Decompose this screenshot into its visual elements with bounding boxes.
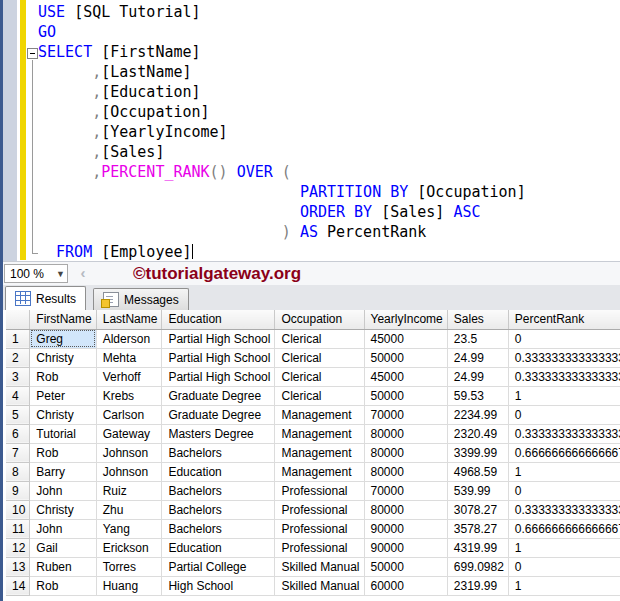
grid-cell[interactable]: Partial High School: [162, 367, 275, 386]
grid-cell[interactable]: 23.5: [447, 329, 508, 348]
hscrollbar-left-arrow-icon[interactable]: ‹: [75, 265, 91, 282]
grid-cell[interactable]: 80000: [364, 462, 447, 481]
grid-cell[interactable]: 4319.99: [447, 538, 508, 557]
grid-cell[interactable]: 1: [508, 576, 620, 595]
grid-header-education[interactable]: Education: [162, 310, 275, 329]
grid-cell[interactable]: Christy: [30, 348, 96, 367]
grid-cell[interactable]: Bachelors: [162, 481, 275, 500]
grid-cell[interactable]: 50000: [364, 557, 447, 576]
row-number-cell[interactable]: 6: [6, 424, 30, 443]
code-collapse-minus-icon[interactable]: [27, 48, 38, 59]
grid-cell[interactable]: 80000: [364, 443, 447, 462]
grid-cell[interactable]: Clerical: [275, 329, 364, 348]
grid-cell[interactable]: 45000: [364, 329, 447, 348]
row-number-cell[interactable]: 1: [6, 329, 30, 348]
grid-cell[interactable]: Peter: [30, 386, 96, 405]
grid-header-occupation[interactable]: Occupation: [275, 310, 364, 329]
grid-cell[interactable]: Partial High School: [162, 348, 275, 367]
grid-cell[interactable]: John: [30, 481, 96, 500]
grid-cell[interactable]: 0.666666666666667: [508, 443, 620, 462]
grid-cell[interactable]: Education: [162, 538, 275, 557]
grid-cell-selected[interactable]: Greg: [30, 329, 96, 348]
grid-cell[interactable]: 3399.99: [447, 443, 508, 462]
grid-cell[interactable]: 2319.99: [447, 576, 508, 595]
code-line[interactable]: ORDER BY [Sales] ASC: [38, 202, 526, 222]
code-line[interactable]: SELECT [FirstName]: [38, 42, 526, 62]
grid-cell[interactable]: 4968.59: [447, 462, 508, 481]
grid-cell[interactable]: 699.0982: [447, 557, 508, 576]
grid-cell[interactable]: Graduate Degree: [162, 405, 275, 424]
grid-cell[interactable]: 3078.27: [447, 500, 508, 519]
tab-results[interactable]: Results: [5, 286, 86, 310]
grid-cell[interactable]: Mehta: [96, 348, 162, 367]
grid-cell[interactable]: Huang: [96, 576, 162, 595]
code-line[interactable]: ,PERCENT_RANK() OVER (: [38, 162, 526, 182]
grid-cell[interactable]: 80000: [364, 424, 447, 443]
code-line[interactable]: GO: [38, 22, 526, 42]
grid-cell[interactable]: Professional: [275, 481, 364, 500]
grid-cell[interactable]: Professional: [275, 538, 364, 557]
editor-zoom-select[interactable]: 100 % ▼: [4, 264, 68, 283]
grid-cell[interactable]: Christy: [30, 500, 96, 519]
grid-cell[interactable]: 70000: [364, 405, 447, 424]
grid-cell[interactable]: Management: [275, 405, 364, 424]
code-line[interactable]: ,[Sales]: [38, 142, 526, 162]
grid-cell[interactable]: Tutorial: [30, 424, 96, 443]
grid-cell[interactable]: Ruben: [30, 557, 96, 576]
grid-cell[interactable]: Partial College: [162, 557, 275, 576]
grid-cell[interactable]: Bachelors: [162, 443, 275, 462]
grid-header-percentrank[interactable]: PercentRank: [508, 310, 620, 329]
grid-cell[interactable]: 24.99: [447, 348, 508, 367]
grid-cell[interactable]: Management: [275, 424, 364, 443]
code-line[interactable]: ) AS PercentRank: [38, 222, 526, 242]
grid-cell[interactable]: Clerical: [275, 386, 364, 405]
grid-cell[interactable]: 50000: [364, 348, 447, 367]
grid-cell[interactable]: Education: [162, 462, 275, 481]
grid-cell[interactable]: 45000: [364, 367, 447, 386]
grid-cell[interactable]: 0.333333333333333: [508, 500, 620, 519]
grid-cell[interactable]: Professional: [275, 500, 364, 519]
grid-cell[interactable]: Johnson: [96, 462, 162, 481]
grid-cell[interactable]: Rob: [30, 443, 96, 462]
grid-header-firstname[interactable]: FirstName: [30, 310, 96, 329]
grid-cell[interactable]: High School: [162, 576, 275, 595]
grid-cell[interactable]: 59.53: [447, 386, 508, 405]
grid-cell[interactable]: 1: [508, 386, 620, 405]
grid-cell[interactable]: Carlson: [96, 405, 162, 424]
row-number-cell[interactable]: 10: [6, 500, 30, 519]
row-number-cell[interactable]: 2: [6, 348, 30, 367]
grid-cell[interactable]: Management: [275, 462, 364, 481]
grid-cell[interactable]: 0: [508, 557, 620, 576]
grid-cell[interactable]: 90000: [364, 538, 447, 557]
grid-header-sales[interactable]: Sales: [447, 310, 508, 329]
row-number-cell[interactable]: 5: [6, 405, 30, 424]
grid-cell[interactable]: Christy: [30, 405, 96, 424]
grid-cell[interactable]: 0: [508, 481, 620, 500]
code-line[interactable]: ,[Education]: [38, 82, 526, 102]
grid-corner-cell[interactable]: [6, 310, 30, 329]
grid-cell[interactable]: 3578.27: [447, 519, 508, 538]
row-number-cell[interactable]: 3: [6, 367, 30, 386]
grid-cell[interactable]: Bachelors: [162, 519, 275, 538]
grid-cell[interactable]: Rob: [30, 367, 96, 386]
grid-cell[interactable]: 539.99: [447, 481, 508, 500]
code-line[interactable]: ,[LastName]: [38, 62, 526, 82]
grid-cell[interactable]: Professional: [275, 519, 364, 538]
grid-cell[interactable]: Skilled Manual: [275, 576, 364, 595]
grid-cell[interactable]: 2234.99: [447, 405, 508, 424]
grid-cell[interactable]: Johnson: [96, 443, 162, 462]
grid-cell[interactable]: 50000: [364, 386, 447, 405]
grid-cell[interactable]: 24.99: [447, 367, 508, 386]
grid-cell[interactable]: Management: [275, 443, 364, 462]
grid-header-yearlyincome[interactable]: YearlyIncome: [364, 310, 447, 329]
grid-cell[interactable]: 0.333333333333333: [508, 367, 620, 386]
row-number-cell[interactable]: 4: [6, 386, 30, 405]
grid-cell[interactable]: 80000: [364, 500, 447, 519]
grid-cell[interactable]: Masters Degree: [162, 424, 275, 443]
sql-code-text[interactable]: USE [SQL Tutorial]GOSELECT [FirstName] ,…: [38, 2, 526, 262]
code-line[interactable]: ,[Occupation]: [38, 102, 526, 122]
grid-cell[interactable]: Bachelors: [162, 500, 275, 519]
grid-cell[interactable]: 0: [508, 405, 620, 424]
grid-cell[interactable]: Clerical: [275, 367, 364, 386]
row-number-cell[interactable]: 12: [6, 538, 30, 557]
